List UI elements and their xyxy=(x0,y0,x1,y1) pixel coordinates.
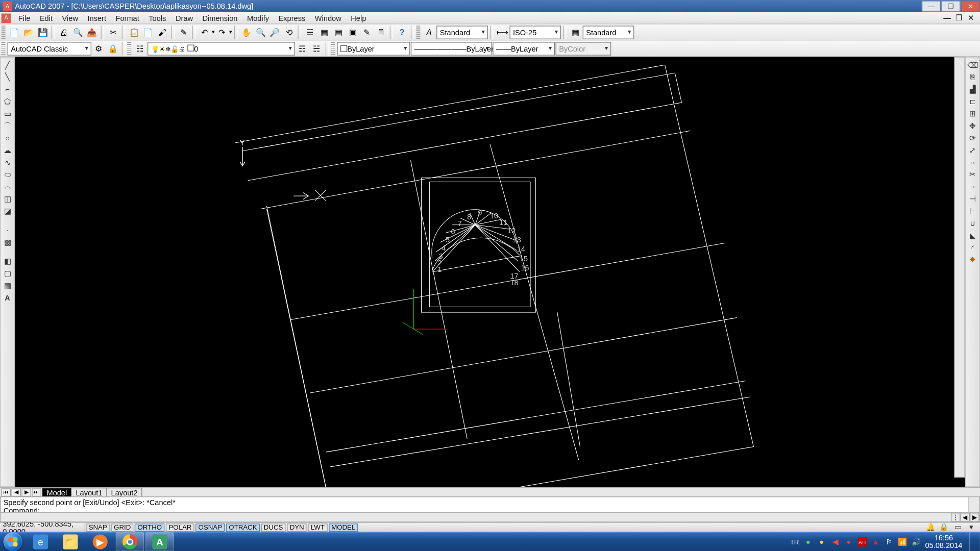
layer-manager-icon[interactable]: ☷ xyxy=(133,42,147,56)
menu-edit[interactable]: Edit xyxy=(35,13,58,23)
menu-modify[interactable]: Modify xyxy=(242,13,274,23)
help-icon[interactable]: ? xyxy=(395,26,409,39)
explode-icon[interactable]: ✸ xyxy=(966,255,978,265)
tab-layout1[interactable]: Layout1 xyxy=(71,487,107,497)
coords-readout[interactable]: 392.6025, -500.8345, 0.0000 xyxy=(0,522,85,532)
table-style-icon[interactable]: ▦ xyxy=(569,26,582,39)
point-icon[interactable]: · xyxy=(2,224,14,235)
region-icon[interactable]: ▢ xyxy=(2,268,14,279)
trim-icon[interactable]: ✂ xyxy=(966,169,978,180)
tab-model[interactable]: Model xyxy=(42,487,71,497)
doc-close-button[interactable]: ✕ xyxy=(968,13,980,23)
drawing-canvas[interactable]: Y 123 456 789 101112 131415 161718 xyxy=(15,57,965,487)
open-icon[interactable]: 📂 xyxy=(21,26,35,39)
model-toggle[interactable]: MODEL xyxy=(329,523,358,532)
extend-icon[interactable]: → xyxy=(966,181,978,192)
color-combo[interactable]: ByLayer▼ xyxy=(337,42,410,56)
text-style-combo[interactable]: Standard▼ xyxy=(436,26,488,39)
ducs-toggle[interactable]: DUCS xyxy=(261,523,285,532)
status-comm-icon[interactable]: 🔔 xyxy=(924,522,937,533)
circle-icon[interactable]: ○ xyxy=(2,133,14,143)
doc-restore-button[interactable]: ❐ xyxy=(955,13,968,23)
tab-next-icon[interactable]: ▶ xyxy=(21,488,31,496)
match-props-icon[interactable]: 🖌 xyxy=(156,26,169,39)
mirror-icon[interactable]: ▟ xyxy=(966,84,978,94)
status-toolbar-icon[interactable]: ▭ xyxy=(951,522,964,533)
lwt-toggle[interactable]: LWT xyxy=(308,523,328,532)
task-chrome[interactable] xyxy=(116,532,144,551)
line-icon[interactable]: ╱ xyxy=(2,60,14,70)
snap-toggle[interactable]: SNAP xyxy=(86,523,110,532)
revcloud-icon[interactable]: ☁ xyxy=(2,145,14,156)
command-line[interactable]: Specify second point or [Exit/Undo] <Exi… xyxy=(0,496,980,522)
rectangle-icon[interactable]: ▭ xyxy=(2,108,14,119)
tray-5-icon[interactable]: ▲ xyxy=(871,537,880,547)
polygon-icon[interactable]: ⬠ xyxy=(2,96,14,107)
ortho-toggle[interactable]: ORTHO xyxy=(135,523,164,532)
erase-icon[interactable]: ⌫ xyxy=(966,60,978,70)
offset-icon[interactable]: ⊏ xyxy=(966,96,978,107)
toolbar-grip[interactable] xyxy=(127,42,131,56)
dim-style-combo[interactable]: ISO-25▼ xyxy=(509,26,561,39)
publish-icon[interactable]: 📤 xyxy=(85,26,99,39)
status-lock-icon[interactable]: 🔒 xyxy=(938,522,950,533)
workspace-settings-icon[interactable]: ⚙ xyxy=(92,42,106,56)
menu-file[interactable]: File xyxy=(14,13,35,23)
tab-last-icon[interactable]: ⏭ xyxy=(32,488,41,496)
markup-icon[interactable]: ✎ xyxy=(360,26,374,39)
cut-icon[interactable]: ✂ xyxy=(106,26,120,39)
undo-icon[interactable]: ↶ xyxy=(198,26,211,39)
design-center-icon[interactable]: ▦ xyxy=(317,26,331,39)
polar-toggle[interactable]: POLAR xyxy=(166,523,194,532)
command-hscroll[interactable]: ⋮ ◀ ▶ xyxy=(1,512,979,522)
maximize-button[interactable]: ❐ xyxy=(941,1,960,11)
move-icon[interactable]: ✥ xyxy=(966,120,978,131)
tab-prev-icon[interactable]: ◀ xyxy=(12,488,21,496)
scale-icon[interactable]: ⤢ xyxy=(966,145,978,156)
tray-2-icon[interactable]: ● xyxy=(817,537,826,547)
menu-tools[interactable]: Tools xyxy=(144,13,171,23)
doc-minimize-button[interactable]: — xyxy=(943,13,955,23)
fillet-icon[interactable]: ◜ xyxy=(966,242,978,253)
taskbar-clock[interactable]: 16:56 05.08.2014 xyxy=(925,534,962,549)
save-icon[interactable]: 💾 xyxy=(36,26,50,39)
print-icon[interactable]: 🖨 xyxy=(57,26,70,39)
array-icon[interactable]: ⊞ xyxy=(966,108,978,119)
linetype-combo[interactable]: ——————— ByLayer▼ xyxy=(411,42,492,56)
ellipse-icon[interactable]: ⬭ xyxy=(2,169,14,180)
tab-layout2[interactable]: Layout2 xyxy=(106,487,142,497)
osnap-toggle[interactable]: OSNAP xyxy=(195,523,225,532)
copy-objects-icon[interactable]: ⎘ xyxy=(966,72,978,83)
command-grip-icon[interactable]: ⋮ xyxy=(951,513,961,521)
pan-icon[interactable]: ✋ xyxy=(239,26,253,39)
menu-dimension[interactable]: Dimension xyxy=(198,13,242,23)
zoom-realtime-icon[interactable]: 🔍 xyxy=(254,26,267,39)
new-icon[interactable]: 📄 xyxy=(8,26,21,39)
task-ie[interactable]: e xyxy=(27,532,55,551)
menu-draw[interactable]: Draw xyxy=(171,13,198,23)
block-editor-icon[interactable]: ✎ xyxy=(177,26,190,39)
volume-icon[interactable]: 🔊 xyxy=(912,537,921,547)
otrack-toggle[interactable]: OTRACK xyxy=(226,523,260,532)
menu-help[interactable]: Help xyxy=(346,13,371,23)
rotate-icon[interactable]: ⟳ xyxy=(966,133,978,143)
polyline-icon[interactable]: ⌐ xyxy=(2,84,14,94)
network-icon[interactable]: 📶 xyxy=(898,537,908,547)
grid-toggle[interactable]: GRID xyxy=(111,523,134,532)
status-clean-icon[interactable]: ▾ xyxy=(965,522,977,533)
command-left-icon[interactable]: ◀ xyxy=(960,513,970,521)
mtext-icon[interactable]: A xyxy=(2,292,14,303)
quickcalc-icon[interactable]: 🖩 xyxy=(374,26,388,39)
task-mediaplayer[interactable]: ▶ xyxy=(86,532,114,551)
gradient-icon[interactable]: ◧ xyxy=(2,256,14,266)
tab-first-icon[interactable]: ⏮ xyxy=(2,488,11,496)
spline-icon[interactable]: ∿ xyxy=(2,157,14,168)
arc-icon[interactable]: ⌒ xyxy=(2,120,14,131)
command-right-icon[interactable]: ▶ xyxy=(970,513,979,521)
menu-express[interactable]: Express xyxy=(274,13,310,23)
xline-icon[interactable]: ╲ xyxy=(2,72,14,83)
tray-ati-icon[interactable]: ATI xyxy=(857,537,867,547)
redo-icon[interactable]: ↷ xyxy=(215,26,229,39)
close-button[interactable]: ✕ xyxy=(961,1,980,11)
command-vscroll[interactable] xyxy=(968,497,979,512)
